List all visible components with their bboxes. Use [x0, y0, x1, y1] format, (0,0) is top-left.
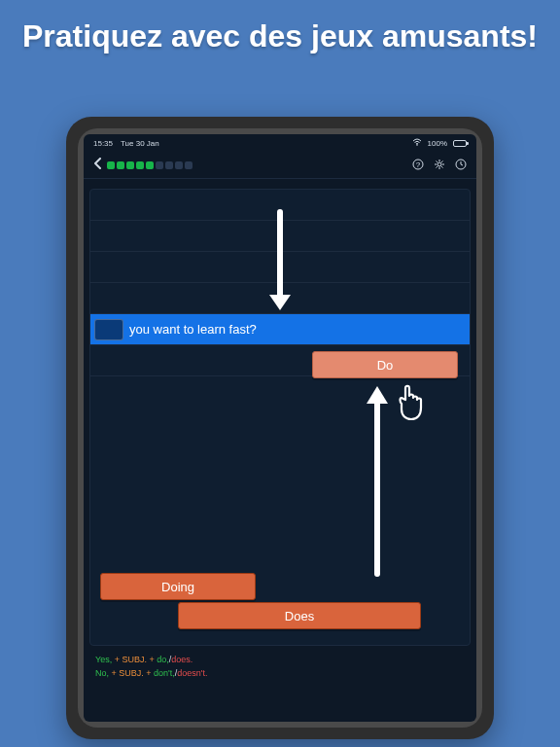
ipad-frame: 15:35 Tue 30 Jan 100%: [66, 117, 494, 739]
prompt-text: you want to learn fast?: [129, 322, 257, 337]
answer-tile-does[interactable]: Does: [178, 602, 421, 629]
target-row[interactable]: you want to learn fast?: [90, 314, 470, 345]
status-time: 15:35: [93, 139, 113, 148]
device-screen: 15:35 Tue 30 Jan 100%: [84, 134, 476, 722]
ipad-bezel: 15:35 Tue 30 Jan 100%: [78, 128, 482, 728]
status-bar: 15:35 Tue 30 Jan 100%: [84, 134, 476, 152]
lane: [90, 283, 470, 314]
app-topbar: ?: [84, 152, 476, 179]
progress-indicator: [107, 161, 192, 169]
hand-cursor-icon: [394, 382, 427, 423]
back-button[interactable]: [93, 158, 103, 172]
lane: [90, 221, 470, 252]
svg-point-3: [438, 162, 441, 166]
lane: [90, 190, 470, 221]
help-icon[interactable]: ?: [412, 159, 424, 172]
play-area[interactable]: you want to learn fast? Do Doing Does: [89, 189, 471, 646]
gear-icon[interactable]: [434, 159, 445, 172]
grammar-hints: Yes, + SUBJ. + do,/does. No, + SUBJ. + d…: [95, 654, 465, 680]
hero-title: Pratiquez avec des jeux amusants!: [0, 0, 560, 64]
answer-tile-do[interactable]: Do: [312, 351, 458, 378]
answer-tile-doing[interactable]: Doing: [100, 573, 256, 600]
lane: [90, 252, 470, 283]
history-icon[interactable]: [455, 159, 467, 172]
hint-line: No, + SUBJ. + don't,/doesn't.: [95, 667, 465, 681]
status-date: Tue 30 Jan: [121, 139, 159, 148]
arrow-up-icon: [363, 384, 392, 579]
battery-percent: 100%: [428, 139, 447, 148]
battery-icon: [453, 140, 467, 147]
hint-line: Yes, + SUBJ. + do,/does.: [95, 654, 465, 667]
wifi-icon: [412, 138, 422, 148]
svg-point-0: [416, 144, 418, 146]
blank-slot[interactable]: [94, 319, 123, 340]
svg-text:?: ?: [416, 160, 421, 169]
